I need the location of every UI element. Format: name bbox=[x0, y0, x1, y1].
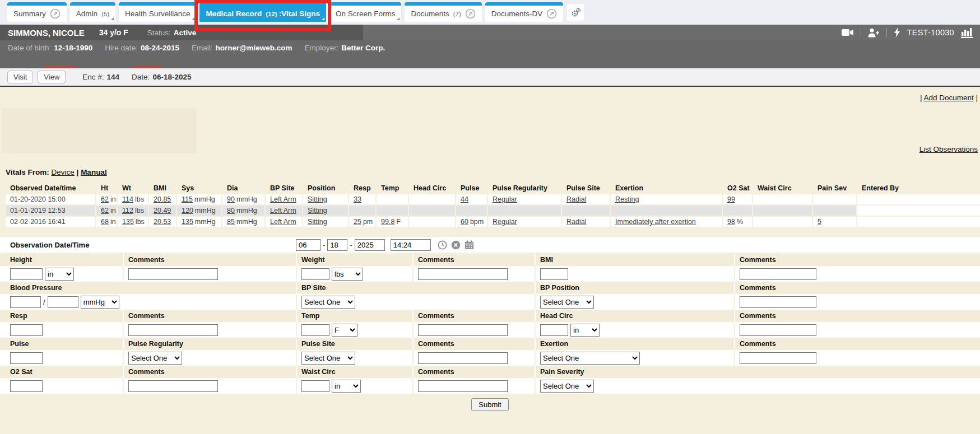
o2-sat-input[interactable] bbox=[10, 380, 43, 392]
obs-time-input[interactable] bbox=[391, 239, 431, 251]
lightning-icon[interactable] bbox=[894, 27, 900, 38]
open-in-new-icon[interactable] bbox=[465, 8, 476, 19]
cell-value-link[interactable]: 135 bbox=[182, 218, 193, 226]
obs-month-input[interactable] bbox=[296, 239, 321, 251]
weight-select[interactable]: lbs bbox=[332, 268, 363, 281]
comments-input[interactable] bbox=[418, 352, 508, 364]
cell-value-link[interactable]: Left Arm bbox=[270, 218, 296, 226]
temp-select[interactable]: F bbox=[332, 324, 357, 337]
waist-circ-select[interactable]: in bbox=[332, 380, 361, 393]
submit-button[interactable]: Submit bbox=[471, 398, 508, 411]
height-input[interactable] bbox=[10, 268, 43, 280]
pulse-input[interactable] bbox=[10, 352, 43, 364]
bar-chart-icon[interactable] bbox=[961, 27, 973, 38]
height-select[interactable]: in bbox=[45, 268, 74, 281]
cell-value-link[interactable]: Sitting bbox=[308, 218, 327, 226]
cell-value-link[interactable]: 114 bbox=[122, 195, 133, 203]
cell-value-link[interactable]: Left Arm bbox=[270, 195, 296, 203]
open-in-new-icon[interactable] bbox=[50, 8, 61, 19]
comments-input[interactable] bbox=[128, 268, 218, 280]
cell-value-link[interactable]: 60 bbox=[461, 218, 468, 226]
comments-input[interactable] bbox=[740, 268, 816, 280]
tab-documents[interactable]: Documents(7) bbox=[405, 2, 481, 22]
exertion-select[interactable]: Select One bbox=[540, 352, 640, 365]
cell-value-link[interactable]: 33 bbox=[354, 195, 361, 203]
cell-value-link[interactable]: Immediately after exertion bbox=[615, 218, 696, 226]
open-in-new-icon[interactable] bbox=[546, 8, 557, 19]
temp-input[interactable] bbox=[301, 324, 329, 336]
cell-value-link[interactable]: Radial bbox=[566, 218, 586, 226]
video-camera-icon[interactable] bbox=[842, 29, 854, 36]
list-observations-link[interactable]: List Observations bbox=[919, 145, 978, 153]
comments-input[interactable] bbox=[128, 380, 218, 392]
settings-button[interactable] bbox=[567, 4, 584, 21]
comments-input[interactable] bbox=[418, 380, 508, 392]
manual-link[interactable]: Manual bbox=[81, 168, 107, 176]
cell-value-link[interactable]: 68 bbox=[101, 218, 109, 226]
comments-input[interactable] bbox=[740, 324, 816, 336]
obs-day-input[interactable] bbox=[327, 239, 347, 251]
device-link[interactable]: Device bbox=[52, 168, 75, 176]
clock-icon[interactable] bbox=[438, 240, 447, 250]
obs-year-input[interactable] bbox=[355, 239, 385, 251]
cell-value-link[interactable]: Left Arm bbox=[270, 207, 296, 214]
cell-value-link[interactable]: Sitting bbox=[308, 207, 327, 214]
cell-value-link[interactable]: Sitting bbox=[308, 195, 327, 203]
cell-value-link[interactable]: Resting bbox=[615, 195, 639, 203]
cell-value-link[interactable]: 135 bbox=[122, 218, 134, 226]
cell-value-link[interactable]: 80 bbox=[227, 207, 235, 214]
head-circ-select[interactable]: in bbox=[570, 324, 600, 337]
comments-input[interactable] bbox=[418, 268, 508, 280]
bmi-input[interactable] bbox=[540, 268, 568, 280]
cell-value-link[interactable]: Radial bbox=[566, 195, 586, 203]
tab-health-surveillance[interactable]: Health Surveillance bbox=[119, 2, 196, 22]
cell-value-link[interactable]: 62 bbox=[101, 207, 109, 214]
clear-icon[interactable] bbox=[451, 240, 461, 250]
pulse-regularity-select[interactable]: Select One bbox=[128, 352, 182, 365]
tab-medical-record[interactable]: Medical Record(12):Vital Signs bbox=[199, 2, 326, 22]
cell-value-link[interactable]: 115 bbox=[182, 195, 193, 203]
head-circ-input[interactable] bbox=[540, 324, 568, 336]
cell-value-link[interactable]: 120 bbox=[182, 207, 193, 214]
tab-documents-dv[interactable]: Documents-DV bbox=[485, 2, 564, 22]
add-document-link[interactable]: Add Document bbox=[923, 94, 973, 102]
bp-position-select[interactable]: Select One bbox=[540, 296, 594, 309]
waist-circ-input[interactable] bbox=[301, 380, 329, 392]
cell-value-link[interactable]: 20.85 bbox=[154, 195, 171, 203]
blood-pressure-select[interactable]: mmHg bbox=[81, 296, 119, 309]
cell-value-link[interactable]: 62 bbox=[101, 195, 109, 203]
pain-severity-select[interactable]: Select One bbox=[540, 380, 594, 393]
cell-value-link[interactable]: 5 bbox=[818, 218, 821, 226]
resp-input[interactable] bbox=[10, 324, 43, 336]
view-button[interactable]: View bbox=[38, 71, 66, 83]
cell-value-link[interactable]: Regular bbox=[493, 218, 517, 226]
comments-input[interactable] bbox=[128, 324, 218, 336]
tab-summary[interactable]: Summary bbox=[7, 2, 67, 22]
comments-input[interactable] bbox=[740, 296, 816, 308]
calendar-icon[interactable] bbox=[465, 240, 474, 250]
bp-site-select[interactable]: Select One bbox=[301, 296, 355, 309]
cell-value-link[interactable]: 98 bbox=[727, 218, 735, 226]
cell-value-link[interactable]: 85 bbox=[227, 218, 235, 226]
cell-value-link[interactable]: 99.8 bbox=[381, 218, 394, 226]
cell-value-link[interactable]: 44 bbox=[461, 195, 468, 203]
weight-input[interactable] bbox=[301, 268, 329, 280]
cell-value-link[interactable]: 25 bbox=[354, 218, 361, 226]
tab-admin[interactable]: Admin(5) bbox=[70, 2, 115, 22]
blood-pressure-input[interactable] bbox=[48, 296, 78, 308]
blood-pressure-input[interactable] bbox=[10, 296, 41, 308]
cell-value-link[interactable]: Regular bbox=[493, 195, 517, 203]
cell-value-link[interactable]: 112 bbox=[122, 207, 133, 214]
pulse-site-select[interactable]: Select One bbox=[301, 352, 355, 365]
cell-value-link[interactable]: 99 bbox=[727, 195, 735, 203]
cell-value-link[interactable]: 90 bbox=[227, 195, 235, 203]
tab-body: Medical Record(12):Vital Signs bbox=[199, 6, 326, 22]
comments-input[interactable] bbox=[740, 352, 816, 364]
cell-text: 01-20-2020 15:00 bbox=[10, 195, 66, 203]
add-person-icon[interactable] bbox=[868, 28, 880, 38]
visit-button[interactable]: Visit bbox=[7, 71, 33, 83]
cell-value-link[interactable]: 20.53 bbox=[154, 218, 171, 226]
comments-input[interactable] bbox=[418, 324, 508, 336]
cell-value-link[interactable]: 20.49 bbox=[154, 207, 171, 214]
tab-on-screen-forms[interactable]: On Screen Forms bbox=[329, 2, 402, 22]
